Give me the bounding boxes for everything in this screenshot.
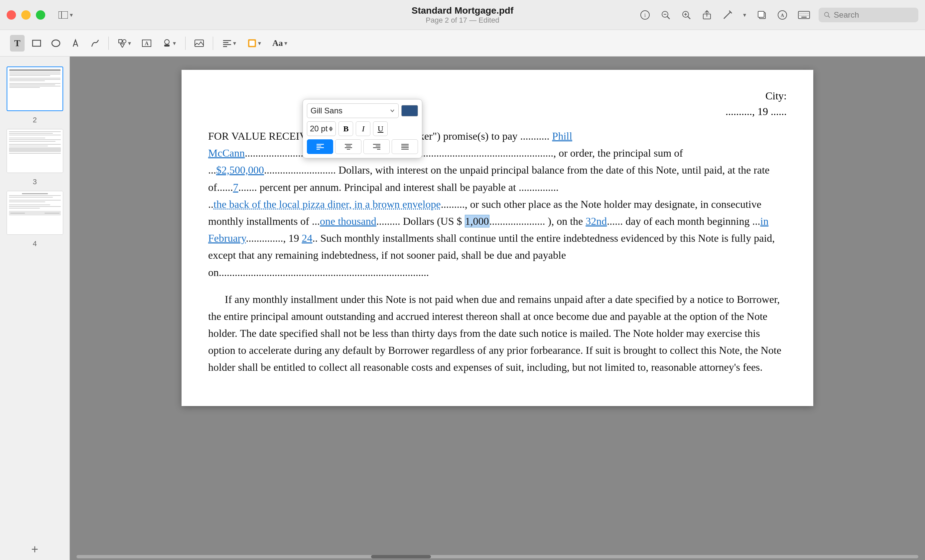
thumb-content-2 bbox=[7, 67, 63, 110]
align-left-button[interactable] bbox=[307, 139, 333, 154]
svg-rect-48 bbox=[249, 41, 255, 46]
info-icon: i bbox=[640, 10, 650, 20]
document-subtitle: Page 2 of 17 — Edited bbox=[411, 16, 514, 25]
installment-text-link[interactable]: one thousand bbox=[320, 215, 377, 227]
color-dropdown-button[interactable]: ▾ bbox=[244, 35, 264, 51]
annotate-chevron-button[interactable]: ▾ bbox=[741, 9, 748, 21]
rectangle-tool-button[interactable] bbox=[29, 35, 44, 51]
font-size-label: Aa bbox=[272, 38, 283, 48]
align-justify-icon bbox=[401, 144, 409, 150]
font-toolbar-row2: 20 pt B I U bbox=[307, 121, 418, 136]
year-link[interactable]: 24 bbox=[301, 232, 312, 244]
search-input[interactable] bbox=[834, 10, 913, 20]
address-link[interactable]: the back of the local pizza diner, in a … bbox=[214, 198, 441, 210]
svg-marker-37 bbox=[121, 44, 124, 48]
svg-rect-29 bbox=[801, 17, 807, 18]
keyboard-button[interactable] bbox=[796, 9, 812, 21]
paragraph-2: If any monthly installment under this No… bbox=[208, 291, 787, 376]
thumb-content-4 bbox=[7, 191, 63, 235]
title-right-controls: i bbox=[638, 8, 918, 22]
document-area: Gill Sans 20 pt B I U bbox=[70, 57, 925, 560]
shape-dropdown-button[interactable]: ▾ bbox=[115, 35, 134, 51]
font-name-text: Gill Sans bbox=[310, 106, 342, 115]
svg-rect-0 bbox=[59, 11, 68, 19]
close-button[interactable] bbox=[7, 10, 16, 20]
maximize-button[interactable] bbox=[36, 10, 45, 20]
installment-num-selected[interactable]: 1,000 bbox=[465, 215, 490, 227]
svg-text:A: A bbox=[781, 13, 784, 18]
highlight-tool-button[interactable] bbox=[68, 35, 83, 51]
page-thumbnail-3[interactable] bbox=[7, 129, 63, 173]
title-center: Standard Mortgage.pdf Page 2 of 17 — Edi… bbox=[411, 5, 514, 25]
color-chevron-icon: ▾ bbox=[258, 39, 261, 47]
amount-link[interactable]: $2,500,000 bbox=[216, 164, 264, 176]
sidebar-toggle-button[interactable]: ▾ bbox=[55, 9, 76, 21]
zoom-in-button[interactable] bbox=[679, 8, 693, 22]
sidebar-toggle-icon bbox=[59, 11, 68, 19]
svg-line-6 bbox=[667, 16, 670, 19]
markup-icon: A bbox=[777, 10, 787, 20]
minimize-button[interactable] bbox=[21, 10, 30, 20]
font-toolbar: Gill Sans 20 pt B I U bbox=[303, 99, 422, 158]
duplicate-button[interactable] bbox=[755, 8, 769, 22]
font-size-increase[interactable] bbox=[329, 126, 333, 129]
highlight-icon bbox=[71, 39, 80, 48]
share-icon bbox=[702, 10, 712, 20]
svg-point-30 bbox=[825, 12, 829, 16]
underline-button[interactable]: U bbox=[373, 121, 388, 136]
markup-button[interactable]: A bbox=[775, 8, 789, 22]
annotate-icon bbox=[723, 10, 732, 20]
text-box-button[interactable]: A bbox=[139, 35, 154, 51]
color-icon bbox=[247, 39, 257, 48]
stamp-chevron-icon: ▾ bbox=[173, 39, 176, 47]
align-center-button[interactable] bbox=[335, 139, 362, 154]
circle-icon bbox=[51, 39, 60, 48]
font-size-dropdown-button[interactable]: Aa ▾ bbox=[269, 35, 291, 51]
stamp-dropdown-button[interactable]: ▾ bbox=[159, 35, 179, 51]
page-label-2: 2 bbox=[33, 114, 36, 126]
sidebar: 2 3 bbox=[0, 57, 70, 560]
align-right-button[interactable] bbox=[363, 139, 390, 154]
svg-text:i: i bbox=[644, 12, 646, 18]
bottom-scrollbar[interactable] bbox=[70, 553, 925, 560]
page-label-4: 4 bbox=[33, 238, 36, 249]
svg-point-40 bbox=[164, 39, 169, 44]
svg-rect-15 bbox=[758, 11, 764, 17]
media-icon bbox=[194, 39, 204, 47]
align-left-icon bbox=[316, 144, 324, 150]
font-color-box[interactable] bbox=[401, 105, 418, 116]
italic-button[interactable]: I bbox=[356, 121, 371, 136]
svg-rect-41 bbox=[164, 45, 170, 47]
search-box[interactable] bbox=[819, 8, 918, 22]
align-justify-button[interactable] bbox=[392, 139, 418, 154]
draw-tool-button[interactable] bbox=[88, 35, 102, 51]
shape-chevron-icon: ▾ bbox=[128, 39, 131, 47]
align-dropdown-button[interactable]: ▾ bbox=[219, 35, 240, 51]
svg-line-10 bbox=[688, 16, 690, 19]
font-toolbar-row3 bbox=[307, 139, 418, 154]
align-icon bbox=[223, 39, 232, 47]
sidebar-chevron-icon: ▾ bbox=[70, 11, 73, 19]
page-thumbnail-4[interactable] bbox=[7, 191, 63, 235]
circle-tool-button[interactable] bbox=[48, 35, 63, 51]
separator-3 bbox=[213, 36, 213, 50]
page-thumbnail-2[interactable] bbox=[7, 66, 63, 111]
day-link[interactable]: 32nd bbox=[586, 215, 607, 227]
shape-icon bbox=[118, 39, 127, 48]
zoom-out-button[interactable] bbox=[659, 8, 673, 22]
zoom-in-icon bbox=[681, 10, 691, 20]
font-size-decrease[interactable] bbox=[329, 129, 333, 131]
add-page-button[interactable]: + bbox=[28, 542, 42, 557]
thumb-content-3 bbox=[7, 129, 63, 173]
font-name-select[interactable]: Gill Sans bbox=[307, 104, 399, 118]
document-title: Standard Mortgage.pdf bbox=[411, 5, 514, 16]
bottom-scroll-thumb[interactable] bbox=[371, 555, 431, 558]
annotate-button[interactable] bbox=[720, 8, 734, 22]
text-tool-button[interactable]: T bbox=[10, 35, 25, 51]
bold-button[interactable]: B bbox=[339, 121, 353, 136]
info-button[interactable]: i bbox=[638, 8, 652, 22]
media-button[interactable] bbox=[191, 35, 207, 51]
rate-link[interactable]: 7 bbox=[233, 181, 238, 193]
window-controls bbox=[7, 10, 45, 20]
share-button[interactable] bbox=[700, 8, 714, 22]
